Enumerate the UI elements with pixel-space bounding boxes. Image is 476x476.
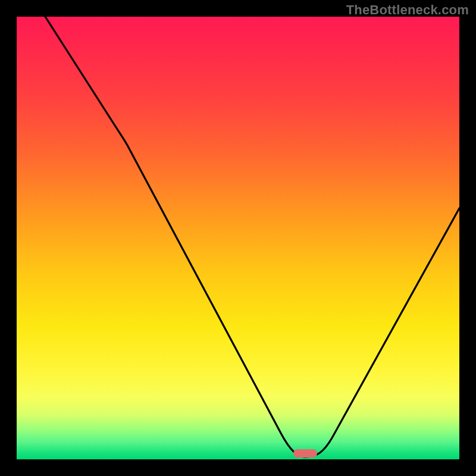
curve-path <box>45 17 459 457</box>
bottleneck-curve <box>17 17 459 459</box>
plot-area <box>17 17 459 459</box>
attribution-text: TheBottleneck.com <box>346 2 469 18</box>
minimum-marker <box>293 449 317 458</box>
outer-frame: TheBottleneck.com <box>0 0 476 476</box>
